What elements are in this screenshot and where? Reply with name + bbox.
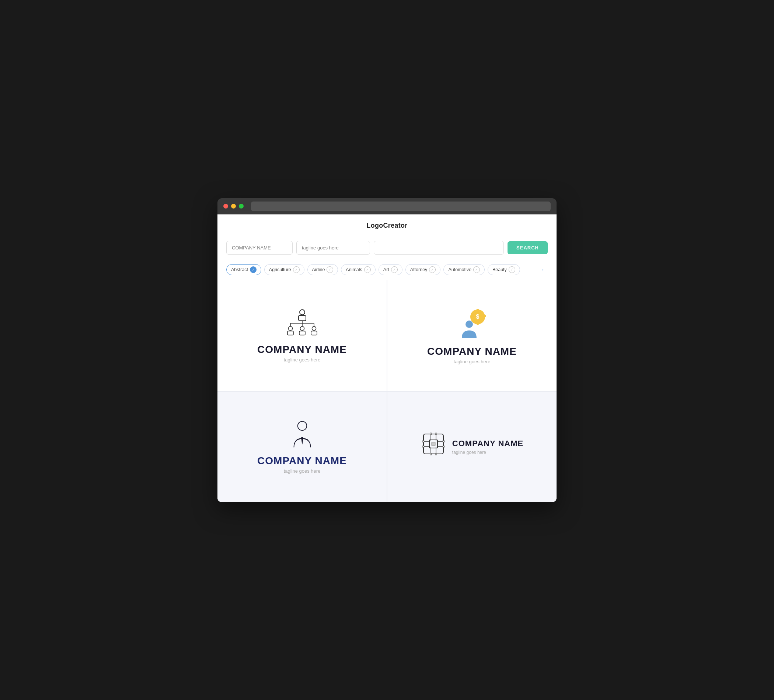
filter-chip-airline[interactable]: Airline bbox=[308, 264, 338, 275]
filter-check-airline bbox=[327, 266, 333, 273]
filter-chip-art[interactable]: Art bbox=[379, 264, 402, 275]
svg-rect-36 bbox=[422, 446, 424, 447]
company-name-input[interactable] bbox=[226, 241, 293, 254]
logo-grid: COMPANY NAME tagline goes here $ bbox=[217, 281, 557, 502]
app-title: LogoCreator bbox=[366, 222, 407, 229]
close-button[interactable] bbox=[223, 204, 228, 208]
logo-company-name-1: COMPANY NAME bbox=[257, 344, 347, 355]
logo-visual-2: $ bbox=[452, 307, 493, 340]
logo-company-name-3: COMPANY NAME bbox=[257, 455, 347, 467]
filter-label-agriculture: Agriculture bbox=[269, 267, 291, 272]
svg-point-0 bbox=[299, 310, 305, 315]
svg-point-11 bbox=[312, 327, 316, 330]
svg-rect-35 bbox=[422, 441, 424, 442]
svg-rect-15 bbox=[476, 322, 479, 325]
logo-card-1[interactable]: COMPANY NAME tagline goes here bbox=[217, 281, 387, 391]
filter-label-beauty: Beauty bbox=[493, 267, 507, 272]
filter-check-attorney bbox=[429, 266, 436, 273]
filter-check-automotive bbox=[473, 266, 480, 273]
svg-rect-8 bbox=[288, 331, 293, 335]
logo-company-name-2: COMPANY NAME bbox=[427, 345, 517, 357]
logo-visual-1 bbox=[284, 309, 321, 338]
filter-label-abstract: Abstract bbox=[231, 267, 248, 272]
filter-label-automotive: Automotive bbox=[448, 267, 471, 272]
svg-rect-14 bbox=[476, 309, 479, 312]
tagline-input[interactable] bbox=[296, 241, 370, 254]
filter-label-attorney: Attorney bbox=[410, 267, 428, 272]
logo-tagline-3: tagline goes here bbox=[284, 468, 321, 474]
filter-label-airline: Airline bbox=[312, 267, 325, 272]
logo-visual-4 bbox=[420, 431, 447, 457]
svg-rect-16 bbox=[471, 315, 474, 317]
svg-rect-10 bbox=[299, 331, 305, 335]
svg-rect-37 bbox=[443, 441, 445, 442]
svg-marker-23 bbox=[301, 438, 303, 445]
filter-chip-abstract[interactable]: Abstract bbox=[226, 264, 261, 275]
logo-tagline-4: tagline goes here bbox=[452, 450, 523, 455]
svg-rect-40 bbox=[435, 433, 437, 435]
svg-point-19 bbox=[465, 320, 473, 328]
filter-chip-automotive[interactable]: Automotive bbox=[443, 264, 485, 275]
search-bar: SEARCH bbox=[217, 235, 557, 261]
logo-tagline-2: tagline goes here bbox=[454, 359, 491, 364]
filter-chip-attorney[interactable]: Attorney bbox=[405, 264, 441, 275]
minimize-button[interactable] bbox=[231, 204, 236, 208]
logo-tagline-1: tagline goes here bbox=[284, 357, 321, 363]
svg-rect-24 bbox=[301, 438, 303, 439]
svg-point-7 bbox=[288, 327, 292, 330]
logo-visual-3 bbox=[288, 419, 317, 449]
app-header: LogoCreator bbox=[217, 215, 557, 235]
filter-next-button[interactable]: → bbox=[536, 265, 548, 274]
svg-rect-39 bbox=[430, 433, 432, 435]
svg-text:$: $ bbox=[476, 314, 479, 320]
maximize-button[interactable] bbox=[239, 204, 244, 208]
svg-rect-43 bbox=[432, 442, 435, 446]
logo-card-4-text: COMPANY NAME tagline goes here bbox=[452, 439, 523, 455]
svg-point-9 bbox=[300, 327, 304, 330]
logo-company-name-4: COMPANY NAME bbox=[452, 439, 523, 448]
svg-rect-42 bbox=[435, 453, 437, 455]
svg-rect-41 bbox=[430, 453, 432, 455]
logo-card-2[interactable]: $ COMPANY NAME tagline goes here bbox=[387, 281, 557, 391]
svg-rect-12 bbox=[311, 331, 317, 335]
svg-rect-17 bbox=[483, 315, 486, 317]
filter-bar: Abstract Agriculture Airline Animals Art… bbox=[217, 261, 557, 281]
filter-chip-beauty[interactable]: Beauty bbox=[488, 264, 520, 275]
filter-chip-agriculture[interactable]: Agriculture bbox=[264, 264, 304, 275]
svg-point-20 bbox=[298, 421, 306, 430]
logo-card-4[interactable]: COMPANY NAME tagline goes here bbox=[387, 391, 557, 502]
filter-label-art: Art bbox=[383, 267, 389, 272]
filter-check-art bbox=[391, 266, 398, 273]
browser-content: LogoCreator SEARCH Abstract Agriculture … bbox=[217, 215, 557, 502]
svg-rect-38 bbox=[443, 446, 445, 447]
browser-titlebar bbox=[217, 198, 557, 215]
logo-card-3[interactable]: COMPANY NAME tagline goes here bbox=[217, 391, 387, 502]
search-button[interactable]: SEARCH bbox=[508, 241, 548, 254]
browser-window: LogoCreator SEARCH Abstract Agriculture … bbox=[217, 198, 557, 502]
filter-check-abstract bbox=[250, 266, 256, 273]
svg-rect-1 bbox=[299, 316, 306, 321]
filter-chip-animals[interactable]: Animals bbox=[341, 264, 375, 275]
filter-label-animals: Animals bbox=[346, 267, 362, 272]
filter-check-agriculture bbox=[293, 266, 299, 273]
address-bar bbox=[251, 201, 551, 211]
extra-input[interactable] bbox=[374, 241, 504, 254]
filter-check-animals bbox=[364, 266, 371, 273]
filter-check-beauty bbox=[509, 266, 515, 273]
